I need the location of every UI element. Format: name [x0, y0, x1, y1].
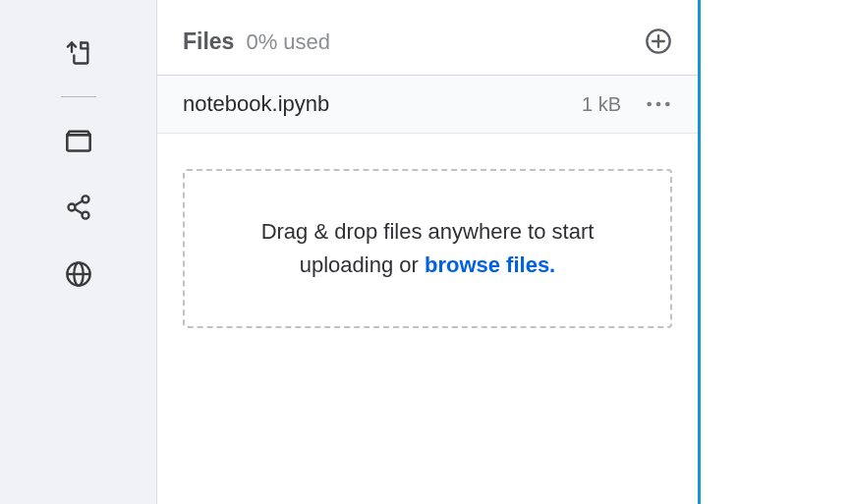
files-header: Files 0% used	[157, 10, 698, 75]
browse-files-link[interactable]: browse files.	[425, 252, 555, 277]
sidebar	[0, 0, 157, 504]
upload-file-icon[interactable]	[65, 39, 92, 67]
sidebar-divider	[61, 96, 96, 97]
file-size: 1 kB	[582, 93, 621, 116]
folder-icon[interactable]	[65, 127, 92, 154]
file-dropzone[interactable]: Drag & drop files anywhere to start uplo…	[183, 169, 672, 328]
svg-point-13	[665, 102, 670, 107]
main-panel: Files 0% used notebook.ipynb 1 kB	[157, 0, 852, 504]
globe-icon[interactable]	[65, 260, 92, 288]
file-row[interactable]: notebook.ipynb 1 kB	[157, 76, 698, 134]
dropzone-text: Drag & drop files anywhere to start uplo…	[224, 215, 631, 282]
files-panel: Files 0% used notebook.ipynb 1 kB	[157, 0, 701, 504]
usage-label: 0% used	[246, 29, 330, 55]
svg-line-3	[75, 201, 83, 206]
svg-point-11	[647, 102, 652, 107]
svg-line-4	[75, 209, 83, 214]
svg-point-12	[656, 102, 661, 107]
add-file-button[interactable]	[645, 28, 672, 55]
share-icon[interactable]	[65, 194, 92, 221]
files-title: Files	[183, 28, 234, 55]
file-name: notebook.ipynb	[183, 91, 329, 117]
more-options-button[interactable]	[645, 94, 672, 114]
